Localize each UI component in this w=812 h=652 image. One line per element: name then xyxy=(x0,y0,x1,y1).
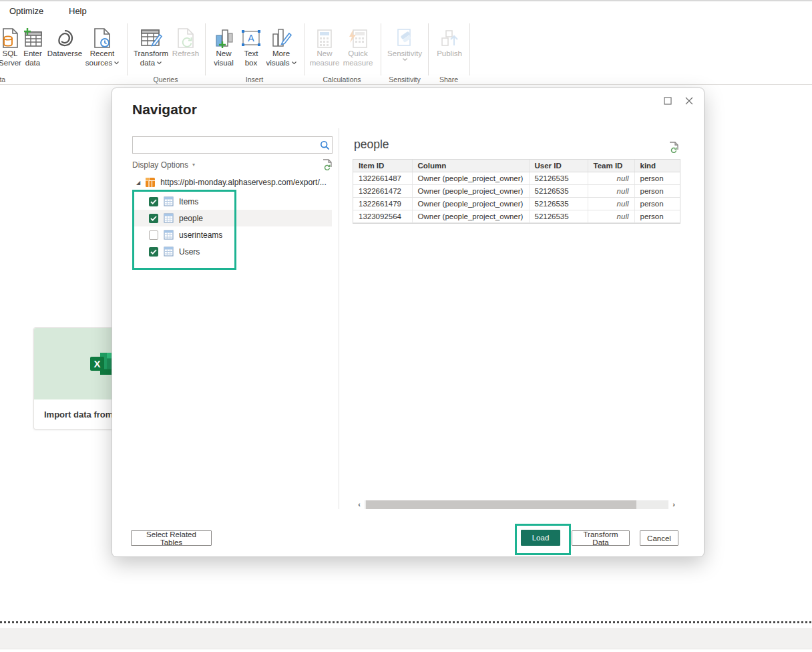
menu-help[interactable]: Help xyxy=(69,6,87,16)
ribbon: SQL Server Enter data Dataverse Recent s xyxy=(0,20,812,85)
dialog-title: Navigator xyxy=(132,102,197,118)
tree-item-label: Items xyxy=(179,197,198,206)
publish-icon xyxy=(439,24,459,49)
tree-item-label: userinteams xyxy=(179,230,222,240)
search-icon[interactable] xyxy=(317,140,332,150)
ribbon-group-calculations: Calculations xyxy=(323,75,361,84)
svg-text:A: A xyxy=(248,33,254,43)
ribbon-button-recent-sources[interactable]: Recent sources xyxy=(83,24,122,73)
ribbon-button-label: SQL xyxy=(2,49,17,58)
ribbon-button-new-measure: New measure xyxy=(307,24,342,73)
ribbon-group-share: Share xyxy=(439,75,458,84)
ribbon-separator xyxy=(304,23,304,75)
ribbon-button-text-box[interactable]: A Text box xyxy=(238,24,264,73)
load-button[interactable]: Load xyxy=(521,530,560,546)
ribbon-separator xyxy=(205,23,206,75)
chevron-down-icon xyxy=(403,58,407,61)
table-icon xyxy=(164,230,174,240)
ribbon-button-label: measure xyxy=(343,58,373,67)
ribbon-button-label: measure xyxy=(310,58,340,67)
ribbon-button-label: visuals xyxy=(266,58,289,67)
ribbon-button-enter-data[interactable]: Enter data xyxy=(17,24,48,73)
caret-down-icon: ▾ xyxy=(192,162,195,168)
tree-item-items[interactable]: Items xyxy=(133,193,332,210)
cell: null xyxy=(588,172,634,185)
tree-item-userinteams[interactable]: userinteams xyxy=(133,226,332,243)
tree-root-source[interactable]: ◢ https://pbi-monday.alphaservesp.com/ex… xyxy=(136,177,327,188)
ribbon-button-label: New xyxy=(216,49,231,58)
expander-icon[interactable]: ◢ xyxy=(136,180,140,186)
table-row: 1323092564 Owner (people_project_owner) … xyxy=(353,210,680,223)
new-visual-icon xyxy=(214,24,234,49)
display-options-label: Display Options xyxy=(132,160,188,170)
table-row: 1322661479 Owner (people_project_owner) … xyxy=(353,198,680,210)
ribbon-button-label: Transform xyxy=(134,49,168,58)
scroll-right-icon[interactable]: › xyxy=(668,500,679,509)
excel-icon: X xyxy=(89,352,114,375)
search-input[interactable] xyxy=(137,138,317,152)
chevron-down-icon xyxy=(157,61,162,65)
select-related-tables-button[interactable]: Select Related Tables xyxy=(131,530,212,546)
more-visuals-icon xyxy=(270,24,292,49)
close-button[interactable] xyxy=(681,94,697,108)
ribbon-button-label: visual xyxy=(214,58,233,67)
ribbon-button-label: More xyxy=(272,49,290,58)
cell: null xyxy=(588,198,634,210)
cell: 52126535 xyxy=(529,172,588,185)
ribbon-button-transform-data[interactable]: Transform data xyxy=(132,24,170,73)
sensitivity-icon xyxy=(395,24,415,49)
cell: Owner (people_project_owner) xyxy=(412,185,529,198)
tree-item-users[interactable]: Users xyxy=(133,243,332,260)
checkbox-checked-icon[interactable] xyxy=(149,247,158,257)
cell: null xyxy=(588,185,634,198)
pane-divider xyxy=(339,128,339,509)
ribbon-button-dataverse[interactable]: Dataverse xyxy=(45,24,84,73)
cell: 52126535 xyxy=(529,210,588,223)
new-measure-icon xyxy=(315,24,334,49)
checkbox-unchecked-icon[interactable] xyxy=(149,230,158,240)
checkbox-checked-icon[interactable] xyxy=(149,197,158,206)
table-row: 1322661472 Owner (people_project_owner) … xyxy=(353,185,680,198)
page-divider-dotted xyxy=(0,621,812,623)
ribbon-button-refresh: Refresh xyxy=(169,24,202,73)
powerbi-window: Optimize Help SQL Server Enter data Data… xyxy=(0,0,812,652)
cell: 1322661487 xyxy=(353,172,412,185)
cell: 52126535 xyxy=(529,185,588,198)
web-source-icon xyxy=(145,177,156,188)
chevron-down-icon xyxy=(292,61,296,65)
transform-data-icon xyxy=(140,24,162,49)
cell: 1322661472 xyxy=(353,185,412,198)
preview-table: Item ID Column User ID Team ID kind 1322… xyxy=(353,159,680,224)
ribbon-button-label: Refresh xyxy=(172,49,199,58)
tree-item-people[interactable]: people xyxy=(133,210,332,226)
checkbox-checked-icon[interactable] xyxy=(149,214,158,223)
ribbon-button-more-visuals[interactable]: More visuals xyxy=(263,24,299,73)
recent-sources-icon xyxy=(92,24,112,49)
table-icon xyxy=(164,196,174,206)
ribbon-separator xyxy=(428,23,429,75)
maximize-button[interactable] xyxy=(660,94,676,108)
tree-item-label: people xyxy=(179,214,203,223)
ribbon-button-publish: Publish xyxy=(433,24,466,73)
ribbon-button-new-visual[interactable]: New visual xyxy=(210,24,238,73)
source-url: https://pbi-monday.alphaservesp.com/expo… xyxy=(160,178,327,187)
table-row: 1322661487 Owner (people_project_owner) … xyxy=(353,172,680,185)
transform-data-button[interactable]: Transform Data xyxy=(572,530,630,546)
scroll-left-icon[interactable]: ‹ xyxy=(354,500,365,509)
menu-optimize[interactable]: Optimize xyxy=(9,6,43,16)
refresh-list-icon[interactable] xyxy=(322,159,333,170)
cancel-button[interactable]: Cancel xyxy=(640,530,678,546)
ribbon-group-insert: Insert xyxy=(246,75,263,84)
preview-refresh-icon[interactable] xyxy=(668,142,679,153)
display-options-dropdown[interactable]: Display Options ▾ xyxy=(132,160,195,170)
ribbon-button-quick-measure: Quick measure xyxy=(340,24,376,73)
quick-measure-icon xyxy=(348,24,368,49)
ribbon-group-sensitivity: Sensitivity xyxy=(389,75,420,84)
scrollbar-thumb[interactable] xyxy=(366,500,636,509)
scrollbar-track[interactable] xyxy=(365,500,668,509)
ribbon-button-label: data xyxy=(25,58,40,67)
cell: 1322661479 xyxy=(353,198,412,210)
ribbon-button-label: Quick xyxy=(348,49,367,58)
dataverse-icon xyxy=(54,24,75,49)
ribbon-button-label: Recent xyxy=(90,49,114,58)
